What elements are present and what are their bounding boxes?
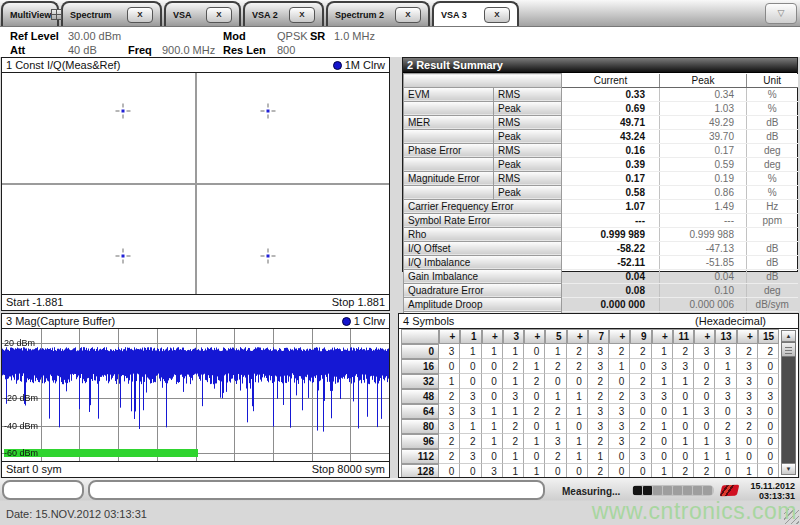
- symbol-cell: 0: [460, 464, 481, 477]
- symbol-cell: 1: [694, 434, 715, 449]
- symbols-col-header: +: [524, 329, 545, 344]
- symbols-row-index: 16: [401, 359, 439, 374]
- symbols-header-row: +1+3+5+7+9+11+13+15: [401, 329, 779, 344]
- result-label: I/Q Offset: [404, 241, 562, 255]
- tab-spectrum2[interactable]: Spectrum 2 X: [326, 1, 430, 26]
- symbol-cell: 1: [503, 464, 524, 477]
- result-label: Amplitude Droop: [404, 297, 562, 311]
- setting-att: Att 40 dB: [10, 44, 97, 56]
- window-title: 2 Result Summary: [407, 58, 503, 72]
- close-icon[interactable]: X: [127, 7, 153, 23]
- symbol-cell: 2: [503, 434, 524, 449]
- result-label: Magnitude Error: [404, 171, 494, 185]
- symbol-cell: 0: [694, 389, 715, 404]
- symbols-row-index: 0: [401, 344, 439, 359]
- result-label: MER: [404, 115, 494, 129]
- symbol-cell: 3: [715, 344, 736, 359]
- result-label: [404, 185, 494, 199]
- result-current-value: -52.11: [562, 255, 660, 269]
- symbol-cell: 2: [630, 434, 651, 449]
- vsa-screen: MultiView Spectrum X VSA X VSA 2 X Spect…: [0, 0, 800, 525]
- result-corner-cell: [404, 74, 562, 88]
- symbols-row-index: 48: [401, 389, 439, 404]
- symbol-cell: 0: [694, 359, 715, 374]
- symbol-cell: 2: [673, 464, 694, 477]
- symbol-cell: 0: [673, 419, 694, 434]
- close-icon[interactable]: X: [289, 7, 315, 23]
- result-current-value: 0.000 000: [562, 297, 660, 311]
- symbols-row-index: 64: [401, 404, 439, 419]
- symbol-cell: 1: [673, 434, 694, 449]
- axis-stop-label: Stop 8000 sym: [312, 462, 385, 477]
- result-sublabel: RMS: [494, 87, 562, 101]
- symbol-cell: 2: [694, 374, 715, 389]
- close-icon[interactable]: X: [395, 7, 421, 23]
- symbol-cell: 1: [567, 449, 588, 464]
- symbols-scrollbar[interactable]: ▲ ▼: [781, 330, 796, 475]
- window-title-bar: 1 Const I/Q(Meas&Ref) 1M Clrw: [2, 58, 389, 73]
- result-label: Quadrature Error: [404, 283, 562, 297]
- progress-segment: [643, 486, 652, 495]
- progress-segment: [693, 486, 702, 495]
- tab-vsa3[interactable]: VSA 3 X: [432, 1, 519, 26]
- tab-multiview[interactable]: MultiView: [1, 1, 59, 26]
- symbol-cell: 3: [673, 359, 694, 374]
- close-icon[interactable]: X: [484, 7, 510, 23]
- scroll-track[interactable]: [781, 357, 796, 463]
- result-peak-value: -51.85: [660, 255, 747, 269]
- result-row: MERRMS49.7149.29dB: [404, 115, 798, 129]
- scroll-thumb[interactable]: [781, 342, 796, 357]
- symbol-cell: 3: [609, 434, 630, 449]
- symbol-cell: 1: [503, 374, 524, 389]
- result-current-value: 0.58: [562, 185, 660, 199]
- symbol-cell: 2: [609, 344, 630, 359]
- setting-ref-level: Ref Level 30.00 dBm: [10, 30, 121, 42]
- result-sublabel: Peak: [494, 157, 562, 171]
- symbol-cell: 0: [524, 449, 545, 464]
- tab-vsa2[interactable]: VSA 2 X: [243, 1, 324, 26]
- symbols-window: 4 Symbols (Hexadecimal) +1+3+5+7+9+11+13…: [398, 313, 799, 478]
- result-current-value: 0.33: [562, 87, 660, 101]
- result-peak-value: 0.000 006: [660, 297, 747, 311]
- tab-label: Spectrum 2: [335, 10, 384, 20]
- symbol-cell: 3: [652, 359, 673, 374]
- symbol-cell: 0: [652, 434, 673, 449]
- result-header-row: Current Peak Unit: [404, 74, 798, 88]
- tab-bar: MultiView Spectrum X VSA X VSA 2 X Spect…: [0, 0, 800, 27]
- symbol-cell: 3: [460, 404, 481, 419]
- scroll-up-icon[interactable]: ▲: [781, 330, 796, 342]
- tabbar-dropdown-button[interactable]: ▽: [765, 3, 797, 24]
- progress-segment: [633, 486, 642, 495]
- symbol-cell: 1: [482, 404, 503, 419]
- symbol-cell: 3: [715, 434, 736, 449]
- symbol-cell: 1: [482, 434, 503, 449]
- symbol-cell: 3: [737, 404, 758, 419]
- symbol-cell: 1: [673, 404, 694, 419]
- symbol-cell: 0: [460, 359, 481, 374]
- result-sublabel: Peak: [494, 101, 562, 115]
- softkey-box-2[interactable]: [88, 480, 545, 500]
- result-unit: %: [747, 101, 798, 115]
- tab-spectrum[interactable]: Spectrum X: [61, 1, 162, 26]
- softkey-box-1[interactable]: [2, 480, 84, 500]
- symbol-cell: 3: [715, 374, 736, 389]
- measuring-label: Measuring...: [562, 486, 620, 497]
- symbol-cell: 0: [482, 389, 503, 404]
- symbol-cell: 0: [758, 464, 779, 477]
- measure-progress-bar: [632, 485, 714, 496]
- trace-dot-icon: [333, 61, 342, 70]
- result-label: I/Q Imbalance: [404, 255, 562, 269]
- scroll-down-icon[interactable]: ▼: [781, 463, 796, 475]
- symbol-cell: 3: [439, 419, 460, 434]
- tab-vsa[interactable]: VSA X: [164, 1, 241, 26]
- close-icon[interactable]: X: [206, 7, 232, 23]
- constellation-point: [261, 248, 276, 263]
- symbol-cell: 0: [758, 404, 779, 419]
- window-title: 4 Symbols: [403, 314, 454, 328]
- symbols-table: +1+3+5+7+9+11+13+15 03111012322123322160…: [401, 329, 779, 477]
- axis-footer: Start -1.881 Stop 1.881: [2, 294, 389, 310]
- result-row: Rho0.999 9890.999 988: [404, 227, 798, 241]
- symbol-cell: 3: [609, 404, 630, 419]
- symbol-cell: 3: [482, 464, 503, 477]
- result-current-value: 0.16: [562, 143, 660, 157]
